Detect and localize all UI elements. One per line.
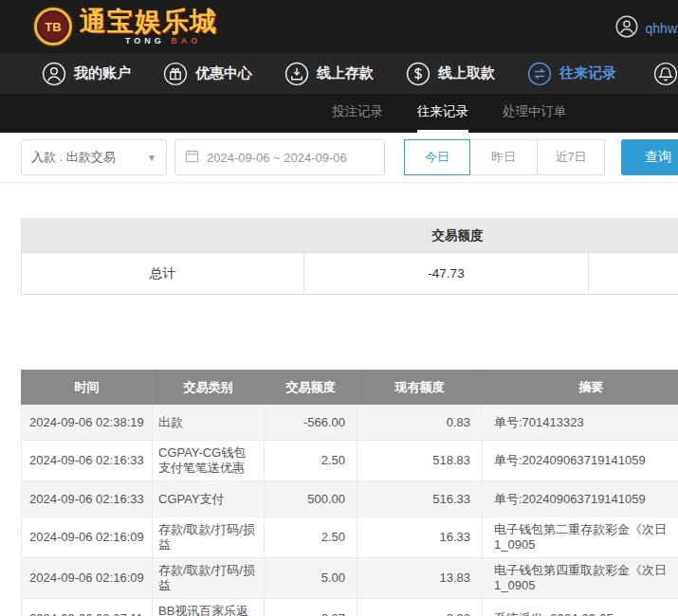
tab-transaction-records[interactable]: 往来记录: [417, 94, 468, 133]
gift-icon: [163, 62, 188, 86]
summary-total-label: 总计: [22, 253, 304, 295]
table-row: 2024-09-06 02:16:09 存款/取款/打码/损益 2.50 16.…: [22, 517, 678, 558]
col-amount: 交易额度: [265, 371, 357, 405]
quick-date-buttons: 今日 昨日 近7日: [404, 139, 605, 175]
nav-label: 我的账户: [74, 64, 131, 82]
nav-label: 线上取款: [438, 64, 495, 82]
cell-note: 单号:202409063719141059: [483, 441, 678, 481]
last7days-button[interactable]: 近7日: [537, 139, 605, 175]
withdraw-icon: [406, 62, 431, 86]
search-button[interactable]: 查询: [621, 139, 678, 175]
cell-type: BB视讯百家乐返点: [153, 599, 265, 616]
nav-item-promotions[interactable]: 优惠中心: [163, 62, 252, 86]
nav-label: 线上存款: [317, 64, 374, 82]
table-row: 2024-09-06 02:16:09 存款/取款/打码/损益 5.00 13.…: [22, 558, 678, 599]
cell-balance: 13.83: [357, 558, 483, 599]
summary-total-value: -47.73: [304, 253, 589, 295]
cell-time: 2024-09-06 02:16:09: [22, 558, 153, 599]
date-range-input[interactable]: 2024-09-06 ~ 2024-09-06: [174, 139, 385, 175]
cell-type: CGPAY-CG钱包支付笔笔送优惠: [153, 441, 265, 481]
nav-item-records[interactable]: 往来记录: [527, 62, 616, 86]
cell-time: 2024-09-06 02:38:19: [22, 405, 153, 441]
col-balance: 现有额度: [357, 371, 483, 405]
account-icon: [42, 62, 66, 86]
cell-note: 单号:202409063719141059: [483, 481, 678, 517]
calendar-icon: [185, 149, 199, 166]
nav-item-withdraw[interactable]: 线上取款: [406, 62, 495, 86]
table-row: 2024-09-06 02:16:33 CGPAY支付 500.00 516.3…: [22, 481, 678, 517]
table-row: 2024-09-06 02:38:19 出款 -566.00 0.83 单号:7…: [22, 405, 678, 441]
record-tabs: 投注记录 往来记录 处理中订单: [0, 94, 678, 133]
col-type: 交易类别: [153, 371, 265, 405]
cell-balance: 16.33: [357, 517, 483, 558]
site-title: 通宝娱乐城: [80, 9, 217, 35]
cell-amount: -566.00: [265, 405, 357, 441]
cell-balance: 518.83: [357, 441, 483, 481]
cell-time: 2024-09-06 02:07:11: [22, 599, 153, 616]
nav-label: 优惠中心: [195, 64, 252, 82]
summary-total-row: 总计 -47.73: [22, 253, 678, 295]
cell-type: CGPAY支付: [153, 481, 265, 517]
today-button[interactable]: 今日: [404, 139, 470, 175]
nav-item-deposit[interactable]: 线上存款: [284, 62, 374, 86]
cell-amount: 2.50: [265, 441, 357, 481]
table-row: 2024-09-06 02:07:11 BB视讯百家乐返点 8.27 8.83 …: [22, 599, 678, 616]
col-note: 摘要: [483, 371, 678, 405]
cell-balance: 516.33: [357, 481, 483, 517]
deposit-icon: [284, 62, 309, 86]
summary-empty-cell: [589, 253, 678, 295]
user-menu[interactable]: qhhwz: [615, 15, 678, 42]
bell-icon: [653, 62, 678, 86]
cell-type: 存款/取款/打码/损益: [153, 558, 265, 599]
site-logo[interactable]: TB 通宝娱乐城 TONG BAO: [34, 8, 217, 45]
cell-type: 出款: [153, 405, 265, 441]
records-section: 时间 交易类别 交易额度 现有额度 摘要 2024-09-06 02:38:19…: [21, 370, 678, 616]
nav-item-my-account[interactable]: 我的账户: [42, 62, 131, 86]
cell-balance: 0.83: [357, 405, 483, 441]
page: TB 通宝娱乐城 TONG BAO qhhwz: [0, 0, 678, 616]
cell-amount: 8.27: [265, 599, 357, 616]
records-table: 时间 交易类别 交易额度 现有额度 摘要 2024-09-06 02:38:19…: [21, 370, 678, 616]
tab-betting-records[interactable]: 投注记录: [332, 94, 383, 133]
site-subtitle-1: TONG: [125, 36, 165, 45]
user-avatar-icon: [615, 15, 638, 42]
transaction-type-select[interactable]: 入款 . 出款交易 ▼: [21, 139, 167, 175]
main-nav: 我的账户 优惠中心 线上存款: [0, 53, 678, 94]
date-range-value: 2024-09-06 ~ 2024-09-06: [207, 151, 347, 165]
summary-header: 交易额度: [22, 219, 678, 253]
cell-amount: 500.00: [265, 481, 357, 517]
cell-note: 电子钱包第二重存款彩金《次日1_0905: [483, 517, 678, 558]
cell-amount: 2.50: [265, 517, 357, 558]
cell-time: 2024-09-06 02:16:33: [22, 441, 153, 481]
cell-amount: 5.00: [265, 558, 357, 599]
select-value: 入款 . 出款交易: [31, 149, 116, 166]
summary-table: 交易额度 总计 -47.73: [21, 218, 678, 295]
tab-processing-orders[interactable]: 处理中订单: [503, 94, 567, 133]
col-time: 时间: [22, 371, 153, 405]
yesterday-button[interactable]: 昨日: [469, 139, 538, 175]
logo-coin-icon: TB: [34, 8, 72, 45]
table-row: 2024-09-06 02:16:33 CGPAY-CG钱包支付笔笔送优惠 2.…: [22, 441, 678, 481]
nav-label: 往来记录: [559, 64, 616, 82]
transfer-records-icon: [527, 62, 552, 86]
cell-note: 单号:701413323: [483, 405, 678, 441]
cell-note: 系统派发_2024-09-05: [483, 599, 678, 616]
logo-text: 通宝娱乐城 TONG BAO: [80, 9, 217, 45]
cell-type: 存款/取款/打码/损益: [153, 517, 265, 558]
chevron-down-icon: ▼: [147, 153, 156, 163]
table-header-row: 时间 交易类别 交易额度 现有额度 摘要: [22, 371, 678, 405]
summary-header-row: 交易额度: [22, 219, 678, 253]
cell-time: 2024-09-06 02:16:33: [22, 481, 153, 517]
site-subtitle: TONG BAO: [125, 37, 217, 45]
topbar: TB 通宝娱乐城 TONG BAO qhhwz: [0, 0, 678, 53]
nav-item-messages[interactable]: [653, 62, 678, 86]
username[interactable]: qhhwz: [646, 21, 678, 36]
cell-time: 2024-09-06 02:16:09: [22, 517, 153, 558]
filter-bar: 入款 . 出款交易 ▼ 2024-09-06 ~ 2024-09-06 今日 昨…: [0, 133, 678, 183]
site-subtitle-2: BAO: [171, 36, 201, 45]
cell-note: 电子钱包第四重取款彩金《次日1_0905: [483, 558, 678, 599]
summary-section: 交易额度 总计 -47.73: [21, 218, 678, 295]
cell-balance: 8.83: [357, 599, 483, 616]
